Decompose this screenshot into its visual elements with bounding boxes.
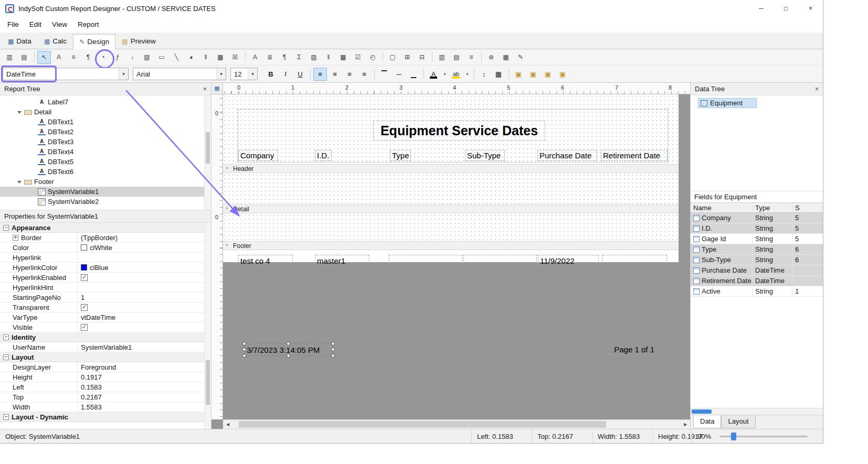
tab-data[interactable]: ▦ Data [2,34,38,49]
tree-item-dbtext3[interactable]: DBText3 [0,137,211,147]
close-button[interactable]: × [798,0,823,17]
highlight-wand-icon[interactable]: ✎ [514,51,527,64]
property-value-cell[interactable]: Foreground [78,362,211,372]
column-header-id[interactable]: I.D. [315,150,332,161]
dbtext-type[interactable] [389,255,462,266]
tree-item-dbtext6[interactable]: DBText6 [0,167,211,177]
prop-transparent[interactable]: Transparent [0,303,211,312]
property-value-cell[interactable]: clBlue [78,263,211,272]
pagebreak-tool[interactable]: ↓ [125,51,139,64]
bold-button[interactable]: B [264,68,278,81]
selection-handle[interactable] [287,342,290,346]
scrollbar-thumb[interactable] [206,360,210,405]
collapse-icon[interactable] [3,225,9,231]
field-row-company[interactable]: Company String 5 [691,213,823,223]
tree-item-dbtext1[interactable]: DBText1 [0,117,211,127]
selection-handle[interactable] [331,342,335,346]
scroll-right-icon[interactable]: ▶ [681,420,690,429]
dbrichtext-tool[interactable]: ¶ [278,51,291,64]
dbtext-id[interactable]: master1 [315,255,369,266]
richtext-tool[interactable]: ¶ [81,51,95,64]
dbtext-company[interactable]: test co 4 [238,255,293,266]
font-name-combo[interactable]: Arial ▾ [133,68,226,80]
dbcheckbox-tool[interactable]: ☑ [351,51,365,64]
property-value-cell[interactable] [78,253,211,262]
property-value-cell[interactable]: (TppBorder) [78,233,211,242]
select-tool[interactable]: ↖ [37,51,51,64]
label-tool[interactable]: A [52,51,66,64]
send-to-back-button[interactable]: ▣ [526,68,540,81]
band-collapse-icon[interactable] [226,207,230,212]
data-tree-item-equipment[interactable]: Equipment [698,98,757,108]
zoom-slider[interactable] [719,436,808,437]
highlight-color-button[interactable]: ab [449,68,463,81]
subreport-tool[interactable]: ⊞ [400,51,414,64]
prop-hyperlinkenabled[interactable]: HyperlinkEnabled [0,273,211,283]
font-color-dropdown-icon[interactable]: ▾ [441,68,448,81]
datatree-tab-data[interactable]: Data [693,415,721,428]
dbtext-purchase-date[interactable]: 11/9/2022 [538,255,599,266]
prop-username[interactable]: UserName SystemVariable1 [0,342,211,352]
report-outline-icon[interactable]: ▥ [3,51,16,64]
dbcalc-tool[interactable]: Σ [292,51,306,64]
anchor-button[interactable]: ↕ [477,68,491,81]
property-value-cell[interactable]: 1 [78,293,211,302]
column-name-header[interactable]: Name [691,203,753,212]
italic-button[interactable]: I [279,68,292,81]
prop-group-appearance[interactable]: Appearance [0,223,211,233]
valign-top-button[interactable]: ▔ [377,68,391,81]
selection-handle[interactable] [331,354,335,358]
variable-tool[interactable]: ƒ [111,51,124,64]
crosstab-tool[interactable]: ⊟ [415,51,429,64]
prop-hyperlink[interactable]: Hyperlink [0,253,211,263]
combo-dropdown-icon[interactable]: ▾ [119,68,128,80]
tree-item-dbtext2[interactable]: DBText2 [0,127,211,137]
selection-handle[interactable] [242,342,246,346]
tree-item-dbtext5[interactable]: DBText5 [0,157,211,167]
maximize-button[interactable]: □ [774,0,798,17]
prop-vartype[interactable]: VarType vtDateTime [0,312,211,322]
property-value-cell[interactable] [78,283,211,292]
zoom-slider-thumb[interactable] [731,433,736,440]
checkbox-icon[interactable] [81,274,88,281]
systemvariable2-page-object[interactable]: Page 1 of 1 [608,343,657,355]
dbmemo-tool[interactable]: ≣ [263,51,277,64]
tree-item-systemvariable1[interactable]: SystemVariable1 [0,187,211,197]
image-tool[interactable]: ▧ [140,51,154,64]
field-row-purchase-date[interactable]: Purchase Date DateTime [691,265,823,276]
bring-to-front-button[interactable]: ▣ [512,68,525,81]
collapse-icon[interactable] [3,354,9,360]
tree-item-footer[interactable]: Footer [0,177,211,187]
db2dbarcode-tool[interactable]: ▩ [336,51,350,64]
barcode-2d-tool[interactable]: ▩ [214,51,227,64]
tree-expander-icon[interactable] [17,179,22,185]
property-value-cell[interactable]: 0.2167 [78,392,211,402]
property-value-cell[interactable] [78,273,211,282]
selection-handle[interactable] [287,354,290,358]
valign-middle-button[interactable]: ─ [392,68,406,81]
prop-visible[interactable]: Visible [0,322,211,332]
tree-item-dbtext4[interactable]: DBText4 [0,147,211,157]
property-value-cell[interactable] [78,322,211,332]
memo-tool[interactable]: ≡ [67,51,80,64]
minimize-button[interactable]: ─ [749,0,774,17]
tree-item-systemvariable2[interactable]: SystemVariable2 [0,197,211,207]
column-header-company[interactable]: Company [238,150,278,161]
selection-handle[interactable] [242,348,246,351]
expand-icon[interactable] [13,235,18,241]
system-variable-tool[interactable]: ◔ [96,51,110,64]
property-value-cell[interactable]: SystemVariable1 [78,342,211,352]
valign-bottom-button[interactable]: ▁ [407,68,420,81]
band-collapse-icon[interactable] [226,243,230,249]
column-header-retirement-date[interactable]: Retirement Date [601,150,668,161]
menu-file[interactable]: File [2,17,24,33]
combo-dropdown-icon[interactable]: ▾ [216,68,226,80]
column-type-header[interactable]: Type [753,203,792,212]
footer-band-separator[interactable]: Footer [223,241,679,250]
field-row-gage-id[interactable]: Gage Id String 5 [691,234,823,244]
property-value-cell[interactable]: clWhite [78,243,211,252]
barcode-tool[interactable]: ‖ [199,51,213,64]
highlight-color-dropdown-icon[interactable]: ▾ [464,68,471,81]
band-collapse-icon[interactable] [226,166,230,171]
prop-group-layout[interactable]: Layout [0,352,211,362]
